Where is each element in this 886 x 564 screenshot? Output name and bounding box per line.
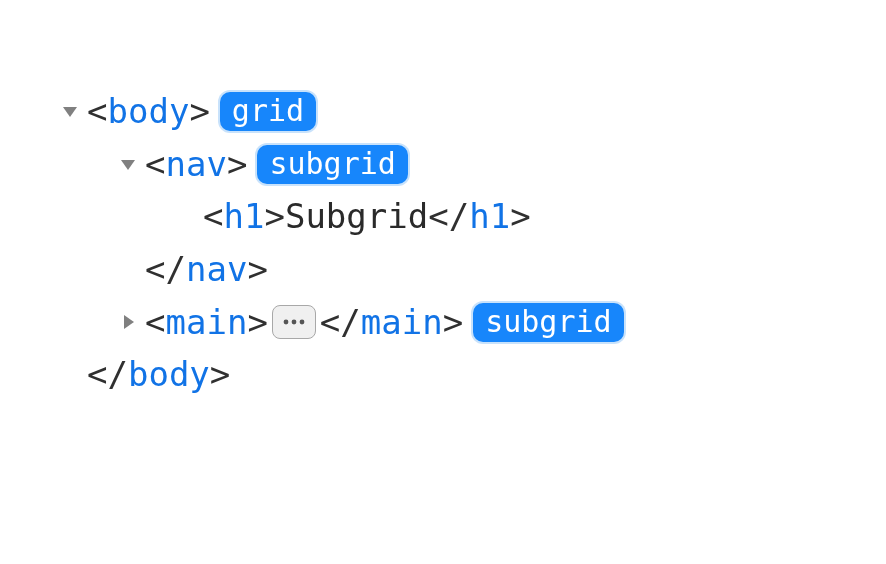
chevron-right-icon[interactable] — [113, 313, 143, 331]
angle-open: < — [203, 190, 223, 243]
tag-name-h1-close: h1 — [469, 190, 510, 243]
dom-node-h1[interactable]: <h1>Subgrid</h1> — [55, 190, 886, 243]
dom-node-body-close[interactable]: </body> — [55, 348, 886, 401]
angle-close: > — [264, 190, 284, 243]
dom-node-nav-close[interactable]: </nav> — [55, 243, 886, 296]
dom-node-main[interactable]: <main></main> subgrid — [55, 296, 886, 349]
tag-name-nav-close: nav — [186, 243, 247, 296]
angle-open: < — [87, 85, 107, 138]
angle-open: < — [145, 138, 165, 191]
angle-open-slash: </ — [428, 190, 469, 243]
angle-close: > — [189, 85, 209, 138]
tag-name-nav: nav — [165, 138, 226, 191]
tag-name-main-open: main — [165, 296, 247, 349]
h1-text: Subgrid — [285, 190, 428, 243]
angle-close: > — [247, 243, 267, 296]
svg-point-1 — [291, 320, 296, 325]
angle-open-slash: </ — [145, 243, 186, 296]
angle-open-slash: </ — [320, 296, 361, 349]
chevron-down-icon[interactable] — [113, 155, 143, 173]
angle-close: > — [247, 296, 267, 349]
tag-name-main-close: main — [361, 296, 443, 349]
layout-badge-subgrid[interactable]: subgrid — [473, 303, 623, 342]
svg-point-0 — [283, 320, 288, 325]
dom-node-body[interactable]: <body> grid — [55, 85, 886, 138]
angle-close: > — [443, 296, 463, 349]
svg-point-2 — [299, 320, 304, 325]
angle-close: > — [510, 190, 530, 243]
layout-badge-subgrid[interactable]: subgrid — [257, 145, 407, 184]
tag-name-body-close: body — [128, 348, 210, 401]
angle-close: > — [227, 138, 247, 191]
tag-name-body: body — [107, 85, 189, 138]
chevron-down-icon[interactable] — [55, 102, 85, 120]
angle-close: > — [210, 348, 230, 401]
ellipsis-icon[interactable] — [272, 305, 316, 339]
layout-badge-grid[interactable]: grid — [220, 92, 316, 131]
angle-open: < — [145, 296, 165, 349]
dom-node-nav[interactable]: <nav> subgrid — [55, 138, 886, 191]
angle-open-slash: </ — [87, 348, 128, 401]
tag-name-h1-open: h1 — [223, 190, 264, 243]
